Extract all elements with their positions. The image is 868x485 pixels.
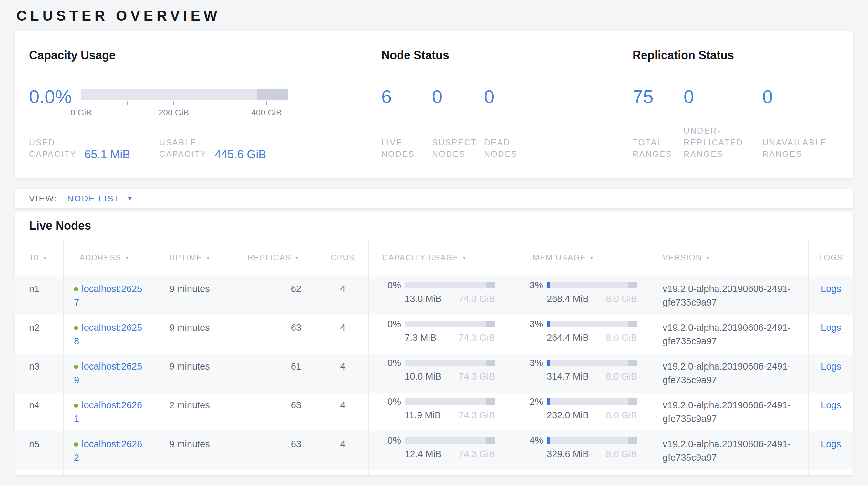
stat: 75TOTAL RANGES [632, 86, 684, 160]
version-text: v19.2.0-alpha.20190606-2491-gfe735c9a97 [662, 398, 802, 426]
logs-link[interactable]: Logs [821, 322, 841, 333]
capacity-usage-bar-dark-segment [486, 360, 495, 366]
node-address-link[interactable]: localhost:26257 [74, 284, 142, 308]
mem-usage-bar-fill [547, 321, 550, 327]
uptime-cell: 9 minutes [156, 354, 233, 393]
logs-link[interactable]: Logs [821, 361, 841, 372]
mem-usage-cell: 2%232.0 MiB8.0 GiB [511, 393, 655, 431]
stat-label: SUSPECT NODES [432, 137, 477, 160]
node-status-section: Node Status 6LIVE NODES0SUSPECT NODES0DE… [381, 49, 632, 177]
node-id-cell: n3 [15, 354, 64, 393]
mem-usage-percent: 2% [511, 398, 543, 405]
logs-link[interactable]: Logs [821, 400, 841, 410]
mem-usage-cell: 3%314.7 MiB8.0 GiB [511, 354, 655, 393]
node-address-link[interactable]: localhost:26258 [74, 322, 142, 346]
used-capacity-value: 65.1 MiB [84, 148, 130, 161]
capacity-usage-used-value: 11.9 MiB [405, 410, 441, 420]
capacity-usage-percent: 0% [369, 398, 401, 405]
empty-cell [369, 470, 511, 476]
usable-capacity-stat: USABLE CAPACITY 445.6 GiB [159, 137, 266, 160]
capacity-usage-bar [405, 282, 495, 288]
version-cell: v19.2.0-alpha.20190606-2491-gfe735c9a97 [655, 431, 809, 470]
mem-usage-bar [547, 437, 637, 444]
logs-cell: Logs [809, 276, 853, 315]
version-text: v19.2.0-alpha.20190606-2491-gfe735c9a97 [662, 360, 802, 387]
table-row: n5localhost:262629 minutes6340%12.4 MiB7… [15, 431, 853, 470]
mem-usage-bar [547, 398, 637, 405]
replication-status-title: Replication Status [632, 49, 853, 62]
mem-usage-percent: 3% [511, 282, 543, 288]
capacity-usage-total-value: 74.3 GiB [459, 372, 495, 381]
table-row: n1localhost:262579 minutes6240%13.0 MiB7… [15, 276, 853, 315]
capacity-usage-bar [405, 360, 495, 366]
capacity-usage-percent: 0% [369, 360, 401, 366]
stat: 0SUSPECT NODES [432, 86, 484, 160]
capacity-usage-cell: 0%13.0 MiB74.3 GiB [369, 276, 511, 315]
capacity-usage-bar-dark-segment [486, 398, 495, 405]
empty-cell [317, 470, 369, 476]
replication-status-stats: 75TOTAL RANGES0UNDER- REPLICATED RANGES0… [632, 86, 853, 160]
capacity-stats: USED CAPACITY 65.1 MiB USABLE CAPACITY 4… [29, 137, 381, 160]
column-header-id[interactable]: ID▼ [15, 239, 64, 276]
mem-usage-cell: 4%329.6 MiB8.0 GiB [511, 431, 655, 470]
node-status-stats: 6LIVE NODES0SUSPECT NODES0DEAD NODES [381, 86, 632, 160]
column-header-label: MEM USAGE [533, 253, 586, 262]
node-id-cell: n2 [15, 315, 64, 354]
empty-cell [15, 470, 64, 476]
capacity-usage-percent: 0% [369, 282, 401, 288]
page-title: CLUSTER OVERVIEW [0, 0, 868, 24]
column-header-uptime[interactable]: UPTIME▼ [156, 239, 233, 276]
column-header-capacity-usage[interactable]: CAPACITY USAGE▼ [369, 239, 511, 276]
node-address-link[interactable]: localhost:26261 [74, 400, 142, 424]
table-row: n4localhost:262612 minutes6340%11.9 MiB7… [15, 393, 853, 431]
capacity-usage-percent: 0% [369, 437, 401, 444]
axis-tick [174, 101, 174, 106]
mem-usage-used-value: 314.7 MiB [547, 372, 589, 381]
replicas-cell: 63 [233, 315, 317, 354]
uptime-cell: 2 minutes [156, 393, 233, 431]
logs-link[interactable]: Logs [821, 439, 841, 449]
sort-arrow-icon: ▼ [462, 255, 468, 261]
column-header-mem-usage[interactable]: MEM USAGE▼ [511, 239, 655, 276]
stat-value: 0 [432, 86, 484, 107]
capacity-usage-used-value: 12.4 MiB [405, 449, 441, 459]
capacity-usage-total-value: 74.3 GiB [459, 410, 495, 420]
capacity-usage-title: Capacity Usage [29, 49, 381, 62]
live-node-dot-icon [74, 442, 78, 447]
mem-usage-percent: 3% [511, 321, 543, 327]
logs-cell: Logs [809, 431, 853, 470]
capacity-bar-chart: 0 GiB 200 GiB 400 GiB [81, 86, 288, 120]
capacity-usage-cell: 0%7.3 MiB74.3 GiB [369, 315, 511, 354]
version-cell: v19.2.0-alpha.20190606-2491-gfe735c9a97 [655, 315, 809, 354]
axis-tick-label: 0 GiB [70, 108, 91, 118]
stat-label: UNDER- REPLICATED RANGES [684, 125, 743, 160]
node-address-link[interactable]: localhost:26259 [74, 361, 142, 385]
mem-usage-cell: 3%264.4 MiB8.0 GiB [511, 315, 655, 354]
node-address-link[interactable]: localhost:26262 [74, 439, 142, 463]
view-label: VIEW: [29, 194, 58, 204]
node-status-title: Node Status [381, 49, 632, 62]
version-cell: v19.2.0-alpha.20190606-2491-gfe735c9a97 [655, 354, 809, 393]
capacity-bar-dark-segment [257, 89, 288, 99]
mem-usage-used-value: 329.6 MiB [547, 449, 589, 459]
mem-usage-bar-fill [547, 398, 550, 405]
mem-usage-percent: 4% [511, 437, 543, 444]
cluster-overview-page: CLUSTER OVERVIEW Capacity Usage 0.0% [0, 0, 868, 485]
view-selected-value[interactable]: NODE LIST [67, 194, 120, 204]
column-header-version[interactable]: VERSION▼ [655, 239, 809, 276]
cpus-cell: 4 [317, 276, 369, 315]
column-header-replicas[interactable]: REPLICAS▼ [233, 239, 317, 276]
chevron-down-icon[interactable]: ▾ [128, 194, 131, 203]
logs-cell: Logs [809, 393, 853, 431]
capacity-usage-bar-dark-segment [486, 321, 495, 327]
column-header-address[interactable]: ADDRESS▼ [64, 239, 156, 276]
column-header-label: UPTIME [169, 253, 203, 262]
mem-usage-total-value: 8.0 GiB [606, 372, 637, 381]
replicas-cell: 62 [233, 276, 317, 315]
capacity-usage-used-value: 10.0 MiB [405, 372, 441, 381]
live-node-dot-icon [74, 326, 78, 330]
node-id-cell: n5 [15, 431, 64, 470]
empty-cell [809, 470, 853, 476]
mem-usage-total-value: 8.0 GiB [606, 410, 637, 420]
logs-link[interactable]: Logs [821, 284, 841, 294]
